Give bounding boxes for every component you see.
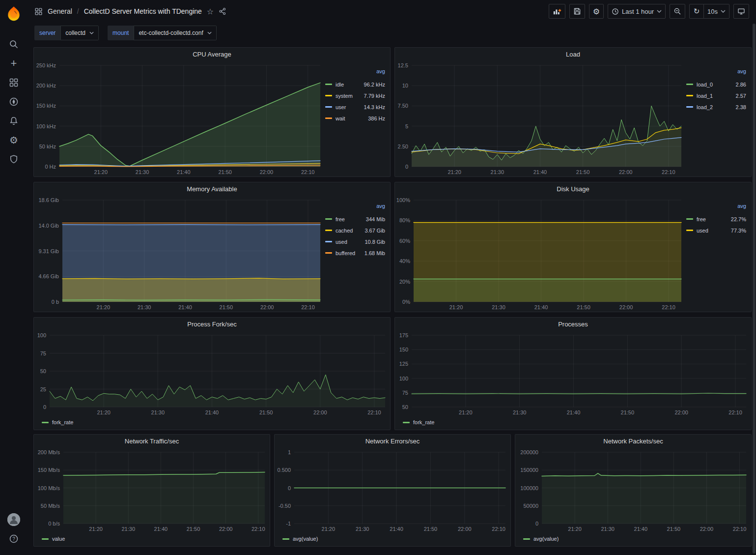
legend-item-system[interactable]: system7.79 kHz xyxy=(325,90,385,101)
legend-item-avg-value-[interactable]: avg(value) xyxy=(282,534,318,544)
disk-usage-chart: 21:2021:3021:4021:5022:0022:100%20%40%60… xyxy=(395,196,686,312)
add-panel-button[interactable] xyxy=(549,4,565,19)
svg-text:50: 50 xyxy=(40,368,46,374)
legend-item-cached[interactable]: cached3.67 Gib xyxy=(325,225,385,236)
legend-item-load_0[interactable]: load_02.86 xyxy=(686,79,746,90)
refresh-interval-picker[interactable]: 10s xyxy=(704,4,729,19)
panel-title[interactable]: Network Traffic/sec xyxy=(34,435,270,448)
legend-item-used[interactable]: used77.3% xyxy=(686,225,746,236)
share-dashboard-icon[interactable] xyxy=(219,7,226,15)
save-dashboard-button[interactable] xyxy=(569,4,585,19)
panel-title[interactable]: Memory Available xyxy=(34,182,390,196)
processes-legend: fork_rate xyxy=(395,417,751,430)
svg-text:21:50: 21:50 xyxy=(577,304,590,310)
explore-compass-icon[interactable] xyxy=(3,92,25,111)
search-icon[interactable] xyxy=(3,34,25,54)
panel-title[interactable]: Network Errors/sec xyxy=(275,435,510,448)
series-label: wait xyxy=(336,116,345,121)
create-plus-icon[interactable]: + xyxy=(3,54,25,73)
svg-text:21:50: 21:50 xyxy=(259,409,273,415)
nav-toolbar: ⚙ Last 1 hour ↻ xyxy=(549,4,749,19)
panel-body: 21:2021:3021:4021:5022:0022:100 Hz50 kHz… xyxy=(34,61,390,176)
legend-item-idle[interactable]: idle96.2 kHz xyxy=(325,79,385,90)
legend-item-fork_rate[interactable]: fork_rate xyxy=(42,417,73,427)
svg-text:-0.50: -0.50 xyxy=(279,503,291,509)
refresh-button[interactable]: ↻ xyxy=(689,4,704,19)
user-avatar[interactable] xyxy=(7,513,20,526)
svg-text:21:40: 21:40 xyxy=(154,526,168,532)
legend-item-load_2[interactable]: load_22.38 xyxy=(686,101,746,113)
processes-chart: 21:2021:3021:4021:5022:0022:105075100125… xyxy=(395,331,751,417)
star-dashboard-icon[interactable]: ☆ xyxy=(207,7,214,16)
zoom-out-button[interactable] xyxy=(670,4,685,19)
variable-server-value[interactable]: collectd xyxy=(60,26,99,40)
svg-text:200 kHz: 200 kHz xyxy=(36,83,56,88)
panel-title[interactable]: Disk Usage xyxy=(395,182,751,196)
series-label: fork_rate xyxy=(52,419,73,425)
svg-text:22:10: 22:10 xyxy=(728,409,742,415)
legend-item-free[interactable]: free22.7% xyxy=(686,213,746,225)
panel-title[interactable]: CPU Average xyxy=(34,48,390,61)
panel-disk-usage: Disk Usage 21:2021:3021:4021:5022:0022:1… xyxy=(394,182,752,312)
legend-item-buffered[interactable]: buffered1.68 Mib xyxy=(325,247,385,259)
series-color-dash xyxy=(325,84,332,85)
grafana-logo-icon[interactable] xyxy=(5,5,22,23)
panel-title[interactable]: Processes xyxy=(395,318,751,331)
legend-item-free[interactable]: free344 Mib xyxy=(325,213,385,225)
series-avg-value: 7.79 kHz xyxy=(364,93,385,99)
svg-text:75: 75 xyxy=(40,351,46,356)
variable-mount-label[interactable]: mount xyxy=(108,26,134,40)
panel-process-fork: Process Fork/sec 21:2021:3021:4021:5022:… xyxy=(33,317,391,430)
series-color-dash xyxy=(523,538,530,540)
time-range-picker[interactable]: Last 1 hour xyxy=(608,4,666,19)
svg-text:14.0 Gib: 14.0 Gib xyxy=(38,223,59,229)
series-color-dash xyxy=(325,95,332,96)
series-avg-value: 22.7% xyxy=(731,216,746,222)
svg-text:100: 100 xyxy=(37,332,46,338)
legend-item-used[interactable]: used10.8 Gib xyxy=(325,236,385,247)
chevron-down-icon xyxy=(657,10,662,13)
cpu-average-legend: avgidle96.2 kHzsystem7.79 kHzuser14.3 kH… xyxy=(325,61,390,176)
svg-text:21:50: 21:50 xyxy=(220,304,233,310)
svg-text:25: 25 xyxy=(40,386,46,392)
memory-available-legend: avgfree344 Mibcached3.67 Gibused10.8 Gib… xyxy=(325,196,390,312)
legend-item-user[interactable]: user14.3 kHz xyxy=(325,101,385,113)
dashboards-icon[interactable] xyxy=(3,73,25,92)
time-range-label: Last 1 hour xyxy=(622,8,654,15)
panel-body: 21:2021:3021:4021:5022:0022:10-1-0.5000.… xyxy=(275,448,510,546)
legend-item-value[interactable]: value xyxy=(42,534,65,544)
series-label: fork_rate xyxy=(413,419,434,425)
svg-text:50: 50 xyxy=(402,404,408,410)
help-icon[interactable]: ? xyxy=(3,529,25,548)
variable-server-label[interactable]: server xyxy=(34,26,60,40)
top-nav: General / CollectD Server Metrics with T… xyxy=(28,0,756,23)
legend-item-wait[interactable]: wait386 Hz xyxy=(325,113,385,124)
series-color-dash xyxy=(325,117,332,119)
configuration-gear-icon[interactable]: ⚙ xyxy=(3,130,25,149)
server-admin-shield-icon[interactable] xyxy=(3,149,25,169)
panel-title[interactable]: Load xyxy=(395,48,751,61)
dashboard-settings-button[interactable]: ⚙ xyxy=(589,4,604,19)
load-chart: 21:2021:3021:4021:5022:0022:1002.5057.50… xyxy=(395,61,686,176)
svg-text:21:30: 21:30 xyxy=(121,526,135,532)
legend-item-avg-value-[interactable]: avg(value) xyxy=(523,534,559,544)
variable-mount-value[interactable]: etc-collectd-collectd.conf xyxy=(134,26,216,40)
panel-title[interactable]: Network Packets/sec xyxy=(515,435,751,448)
panel-body: 21:2021:3021:4021:5022:0022:100 b4.66 Gi… xyxy=(34,196,390,312)
panel-title[interactable]: Process Fork/sec xyxy=(34,318,390,331)
page-scrollbar[interactable] xyxy=(753,24,756,554)
alerting-bell-icon[interactable] xyxy=(3,111,25,130)
cycle-view-mode-button[interactable] xyxy=(733,4,749,19)
svg-text:21:40: 21:40 xyxy=(177,169,191,175)
breadcrumb-folder[interactable]: General xyxy=(48,7,72,15)
svg-text:0 Hz: 0 Hz xyxy=(45,164,56,170)
svg-text:21:40: 21:40 xyxy=(390,526,403,532)
plus-glyph: + xyxy=(11,58,17,69)
variables-row: server collectd mount etc-collectd-colle… xyxy=(28,23,756,43)
svg-text:125: 125 xyxy=(399,361,408,367)
svg-text:60%: 60% xyxy=(399,238,410,244)
scrollbar-thumb[interactable] xyxy=(753,24,756,554)
legend-item-load_1[interactable]: load_12.57 xyxy=(686,90,746,101)
svg-text:200 Mb/s: 200 Mb/s xyxy=(38,449,60,455)
legend-item-fork_rate[interactable]: fork_rate xyxy=(403,417,434,427)
